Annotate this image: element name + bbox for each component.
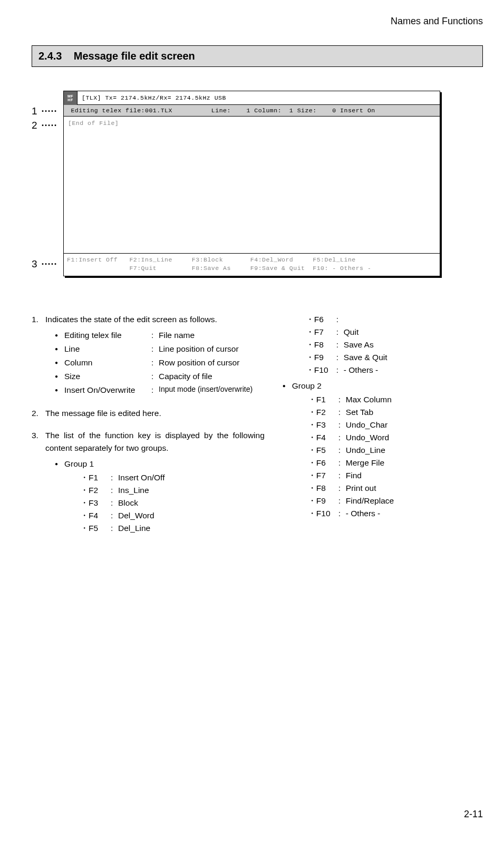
dotted-leader-icon: ····· [42,106,57,117]
group1-label: Group 1 [64,459,94,468]
item3-intro: The list of the function key is displaye… [45,431,265,452]
dotted-leader-icon: ····· [42,259,57,270]
screen-figure: 1····· 2····· 3····· MF HF [TLX] Tx= 217… [63,91,483,276]
group1-keys: F1:Insert On/Off F2:Ins_Line F3:Block F4… [64,471,265,535]
group2-container: Group 2 F1:Max Column F2:Set Tab F3:Undo… [280,380,483,520]
item1-list: Editing telex file:File name Line:Line p… [45,329,265,397]
column-right: F6: F7:Quit F8:Save As F9:Save & Quit F1… [280,313,483,545]
description-columns: 1. Indicates the state of the edit scree… [32,313,483,545]
mfhf-icon: MF HF [64,91,77,105]
page-number: 2-11 [464,809,483,820]
screen-title-text: [TLX] Tx= 2174.5kHz/Rx= 2174.5kHz USB [77,94,440,101]
callout-3: 3 [32,258,37,270]
column-left: 1. Indicates the state of the edit scree… [32,313,265,545]
item3-list: Group 1 F1:Insert On/Off F2:Ins_Line F3:… [45,458,265,535]
screen-edit-area: [End of File] [64,117,440,254]
item2-text: The message file is edited here. [45,409,161,418]
callout-1: 1 [32,105,37,117]
screen-function-keys: F1:Insert Off F2:Ins_Line F3:Block F4:De… [64,254,440,276]
fn-row-1: F1:Insert Off F2:Ins_Line F3:Block F4:De… [67,256,437,264]
group2-label: Group 2 [292,381,322,390]
desc-item-2: 2. The message file is edited here. [32,407,265,420]
page-header: Names and Functions [32,16,483,27]
desc-item-1: 1. Indicates the state of the edit scree… [32,313,265,398]
screen-status-bar: Editing telex file:001.TLX Line: 1 Colum… [64,105,440,117]
dotted-leader-icon: ····· [42,120,57,131]
section-title: Message file edit screen [74,50,195,62]
desc-item-3: 3. The list of the function key is displ… [32,429,265,536]
section-heading: 2.4.3 Message file edit screen [32,45,483,67]
item1-intro: Indicates the state of the edit screen a… [45,315,217,324]
group2-keys: F1:Max Column F2:Set Tab F3:Undo_Char F4… [292,393,483,520]
screen-title-bar: MF HF [TLX] Tx= 2174.5kHz/Rx= 2174.5kHz … [64,91,440,105]
editor-screen: MF HF [TLX] Tx= 2174.5kHz/Rx= 2174.5kHz … [63,91,440,276]
section-number: 2.4.3 [38,50,62,62]
group1-keys-continued: F6: F7:Quit F8:Save As F9:Save & Quit F1… [280,313,483,376]
fn-row-2: F7:Quit F8:Save As F9:Save & Quit F10: -… [67,264,437,273]
callout-2: 2 [32,120,37,131]
